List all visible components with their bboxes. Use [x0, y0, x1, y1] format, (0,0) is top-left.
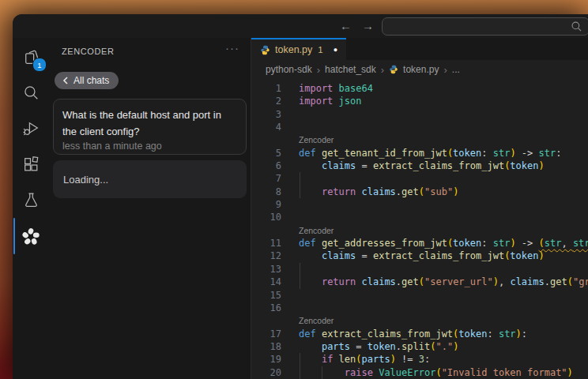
tab-bar: token.py 1 ● — [251, 38, 588, 60]
indent-guide — [300, 172, 300, 185]
breadcrumb: python-sdk › hatchet_sdk › token.py › ..… — [251, 60, 588, 79]
codelens-zencoder[interactable]: Zencoder — [251, 314, 588, 327]
code-line[interactable]: 18 parts = token.split(".") — [251, 340, 588, 353]
code-line[interactable]: 5def get_tenant_id_from_jwt(token: str) … — [251, 147, 588, 159]
all-chats-button[interactable]: All chats — [55, 72, 119, 89]
python-icon — [389, 65, 398, 74]
breadcrumb-separator: › — [381, 64, 384, 76]
line-number: 7 — [251, 172, 281, 185]
loading-label: Loading... — [63, 174, 108, 186]
line-number: 3 — [251, 108, 281, 121]
line-content: return claims.get("server_url"), claims.… — [281, 276, 588, 287]
code-line[interactable]: 3 — [251, 108, 588, 121]
line-number: 16 — [251, 302, 281, 314]
search-icon — [571, 21, 582, 32]
activity-bar: 1 — [13, 38, 50, 379]
sidebar-more-actions-icon[interactable]: ··· — [225, 41, 239, 54]
code-line[interactable]: 14 return claims.get("server_url"), clai… — [251, 276, 588, 288]
line-content: parts = token.split(".") — [281, 341, 458, 352]
line-content — [281, 290, 299, 301]
code-line[interactable]: 10 — [251, 211, 588, 223]
line-content — [281, 109, 299, 120]
line-number: 17 — [251, 328, 281, 340]
zencoder-sidebar: ZENCODER ··· All chats What is the defau… — [49, 38, 251, 379]
line-content — [281, 199, 299, 210]
activity-item-search[interactable] — [13, 77, 49, 108]
breadcrumb-separator: › — [443, 64, 447, 76]
line-content: def get_addresses_from_jwt(token: str) -… — [281, 238, 588, 249]
tab-label: token.py — [275, 44, 312, 55]
active-view-indicator — [13, 218, 16, 254]
workbench: 1 — [13, 38, 588, 379]
line-content — [281, 264, 299, 275]
breadcrumb-file[interactable]: token.py — [403, 64, 439, 75]
code-line[interactable]: 11def get_addresses_from_jwt(token: str)… — [251, 237, 588, 250]
code-line[interactable]: 12 claims = extract_claims_from_jwt(toke… — [251, 250, 588, 262]
activity-item-chats[interactable]: 1 — [13, 41, 49, 73]
activity-item-run-debug[interactable] — [13, 112, 49, 144]
code-line[interactable]: 15 — [251, 289, 588, 302]
breadcrumb-folder[interactable]: hatchet_sdk — [325, 64, 376, 75]
line-content: def extract_claims_from_jwt(token: str): — [281, 328, 527, 340]
titlebar: ← → — [13, 14, 588, 38]
line-content: claims = extract_claims_from_jwt(token) — [281, 160, 545, 171]
chat-loading-card: Loading... — [53, 160, 247, 198]
code-line[interactable]: 16 — [251, 302, 588, 314]
code-line[interactable]: 13 — [251, 263, 588, 276]
nav-back-button[interactable]: ← — [340, 14, 352, 38]
activity-item-testing[interactable] — [13, 184, 49, 216]
line-number: 13 — [251, 263, 281, 276]
line-content: claims = extract_claims_from_jwt(token) — [281, 250, 545, 261]
line-content — [281, 302, 299, 313]
line-content: def get_tenant_id_from_jwt(token: str) -… — [281, 148, 561, 159]
code-line[interactable]: 19 if len(parts) != 3: — [251, 353, 588, 366]
line-number: 4 — [251, 121, 281, 133]
code-line[interactable]: 9 — [251, 198, 588, 211]
breadcrumb-more[interactable]: ... — [452, 64, 460, 75]
tab-token-py[interactable]: token.py 1 ● — [251, 38, 346, 60]
breadcrumb-root[interactable]: python-sdk — [266, 64, 312, 75]
modified-dot-icon[interactable]: ● — [334, 46, 337, 54]
code-line[interactable]: 17def extract_claims_from_jwt(token: str… — [251, 328, 588, 340]
line-number: 10 — [251, 211, 281, 223]
desktop-wallpaper: ← → 1 — [0, 0, 588, 379]
code-line[interactable]: 20 raise ValueError("Invalid token forma… — [251, 366, 588, 379]
line-number: 19 — [251, 353, 281, 366]
activity-item-extensions[interactable] — [13, 148, 49, 180]
command-center-search-input[interactable] — [382, 17, 588, 36]
line-content: raise ValueError("Invalid token format") — [281, 367, 573, 378]
line-number: 18 — [251, 340, 281, 353]
indent-guide — [300, 366, 300, 379]
vscode-window: ← → 1 — [13, 14, 588, 379]
code-line[interactable]: 1import base64 — [251, 82, 588, 95]
code-line[interactable]: 2import json — [251, 95, 588, 107]
line-number: 15 — [251, 289, 281, 302]
code-line[interactable]: 7 — [251, 172, 588, 185]
chat-history-item[interactable]: What is the default host and port in the… — [53, 99, 247, 155]
indent-guide — [300, 186, 300, 198]
codelens-zencoder[interactable]: Zencoder — [251, 224, 588, 237]
code-line[interactable]: 4 — [251, 121, 588, 133]
nav-forward-button[interactable]: → — [362, 14, 374, 38]
tab-warning-count: 1 — [318, 45, 322, 54]
indent-guide — [300, 276, 300, 288]
activity-item-zencoder[interactable] — [13, 221, 49, 253]
line-number: 14 — [251, 276, 281, 288]
chat-question-text: What is the default host and port in the… — [62, 107, 237, 140]
line-content: import base64 — [281, 83, 373, 94]
line-number: 8 — [251, 186, 281, 198]
chat-timestamp: less than a minute ago — [62, 141, 237, 152]
chats-badge: 1 — [32, 58, 47, 72]
line-number: 20 — [251, 366, 281, 379]
code-line[interactable]: 6 claims = extract_claims_from_jwt(token… — [251, 159, 588, 172]
code-line[interactable]: 8 return claims.get("sub") — [251, 186, 588, 198]
magnifier-icon — [21, 83, 41, 103]
line-number: 11 — [251, 237, 281, 250]
breadcrumb-separator: › — [317, 64, 320, 76]
indent-guide — [300, 263, 300, 276]
chevron-left-icon — [62, 77, 69, 84]
code-lines[interactable]: 1import base642import json34Zencoder5def… — [251, 79, 588, 379]
line-number: 6 — [251, 159, 281, 172]
editor-group: token.py 1 ● python-sdk › hatchet_sdk › … — [251, 38, 588, 379]
codelens-zencoder[interactable]: Zencoder — [251, 133, 588, 146]
